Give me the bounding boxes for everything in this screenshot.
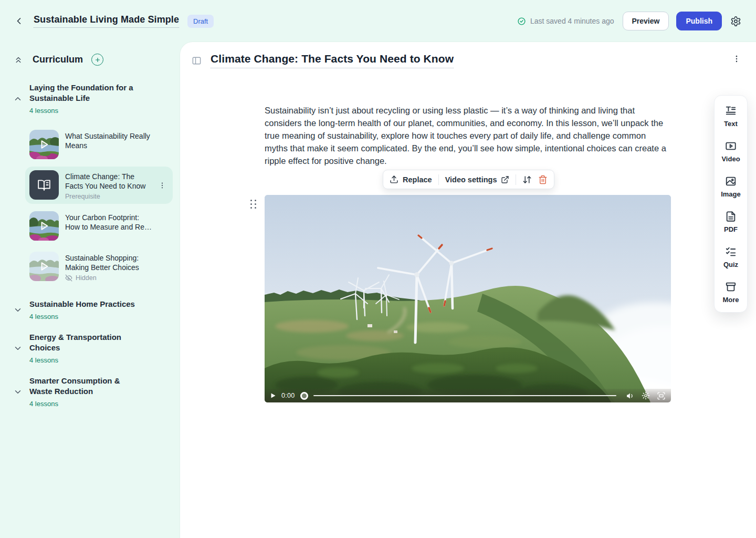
lesson-item-climate-change[interactable]: Climate Change: The Facts You Need to Kn… bbox=[25, 167, 173, 204]
section-title: Laying the Foundation for a Sustainable … bbox=[29, 82, 142, 104]
insert-text-button[interactable]: Text bbox=[724, 105, 738, 128]
arrow-down-up-icon bbox=[522, 175, 532, 184]
image-icon bbox=[725, 175, 737, 187]
insert-more-button[interactable]: More bbox=[722, 281, 739, 304]
panel-left-icon bbox=[192, 56, 202, 66]
video-controls-bar: 0:00 bbox=[265, 389, 671, 402]
section-title: Sustainable Home Practices bbox=[29, 299, 135, 309]
play-icon bbox=[29, 211, 59, 241]
insert-video-button[interactable]: Video bbox=[721, 140, 740, 163]
last-saved-text: Last saved 4 minutes ago bbox=[530, 17, 614, 25]
lesson-intro-paragraph[interactable]: Sustainability isn’t just about recyclin… bbox=[265, 104, 670, 167]
lesson-title: Climate Change: The Facts You Need to Kn… bbox=[65, 172, 153, 191]
video-frame-wind-turbines bbox=[265, 195, 671, 402]
preview-button[interactable]: Preview bbox=[623, 12, 669, 30]
replace-video-button[interactable]: Replace bbox=[390, 175, 432, 184]
back-button[interactable] bbox=[13, 15, 25, 27]
lesson-list: What Sustainability Really Means Climate… bbox=[25, 126, 174, 285]
seek-handle[interactable] bbox=[300, 392, 308, 400]
curriculum-sidebar: Curriculum Laying the Foundation for a S… bbox=[0, 42, 180, 538]
publish-button[interactable]: Publish bbox=[676, 12, 722, 30]
more-icon bbox=[725, 281, 737, 293]
delete-block-button[interactable] bbox=[538, 175, 548, 184]
chevron-up-icon bbox=[13, 94, 23, 104]
section-lesson-count: 4 lessons bbox=[29, 356, 142, 364]
chevron-down-icon bbox=[13, 344, 23, 353]
seek-track[interactable] bbox=[313, 395, 616, 396]
lesson-item-what-sustainability[interactable]: What Sustainability Really Means bbox=[25, 126, 173, 163]
lesson-note: Prerequisite bbox=[65, 193, 153, 200]
chevron-down-icon bbox=[13, 305, 23, 315]
chevron-down-icon bbox=[13, 387, 23, 397]
lesson-editor-panel: Climate Change: The Facts You Need to Kn… bbox=[180, 42, 756, 538]
trash-icon bbox=[538, 175, 548, 184]
play-icon bbox=[29, 130, 59, 159]
eye-off-icon bbox=[65, 274, 72, 282]
collapse-all-button[interactable] bbox=[13, 54, 24, 66]
lesson-title-row: Climate Change: The Facts You Need to Kn… bbox=[191, 53, 719, 68]
top-bar: Sustainable Living Made Simple Draft Las… bbox=[0, 0, 756, 42]
toolbar-divider bbox=[516, 174, 516, 185]
section-lesson-count: 4 lessons bbox=[29, 107, 142, 115]
book-open-icon bbox=[37, 178, 51, 192]
settings-button[interactable] bbox=[729, 15, 742, 28]
add-section-button[interactable] bbox=[91, 54, 103, 66]
insert-quiz-button[interactable]: Quiz bbox=[723, 246, 738, 268]
reading-lesson-tile bbox=[29, 170, 59, 200]
lesson-menu-button[interactable] bbox=[158, 181, 166, 190]
video-block-toolbar: Replace Video settings bbox=[383, 170, 554, 189]
lesson-page-title[interactable]: Climate Change: The Facts You Need to Kn… bbox=[211, 53, 454, 68]
video-player[interactable]: 0:00 bbox=[265, 195, 671, 402]
course-editor-app: Sustainable Living Made Simple Draft Las… bbox=[0, 0, 756, 538]
header-right: Last saved 4 minutes ago Preview Publish bbox=[517, 12, 742, 30]
playback-time: 0:00 bbox=[281, 392, 295, 399]
course-title[interactable]: Sustainable Living Made Simple bbox=[34, 14, 179, 28]
section-header-2[interactable]: Sustainable Home Practices 4 lessons bbox=[13, 299, 174, 320]
fullscreen-button[interactable] bbox=[657, 391, 666, 400]
play-icon bbox=[270, 392, 276, 399]
curriculum-heading: Curriculum bbox=[33, 54, 83, 65]
lesson-title: Your Carbon Footprint: How to Measure an… bbox=[65, 213, 153, 232]
section-header-1[interactable]: Laying the Foundation for a Sustainable … bbox=[13, 82, 174, 115]
kebab-icon bbox=[732, 54, 741, 64]
status-badge: Draft bbox=[187, 15, 214, 28]
section-header-3[interactable]: Energy & Transportation Choices 4 lesson… bbox=[13, 332, 174, 364]
play-icon bbox=[29, 252, 59, 281]
move-block-button[interactable] bbox=[522, 175, 532, 184]
curriculum-header: Curriculum bbox=[13, 54, 174, 66]
gear-icon bbox=[642, 391, 650, 400]
lesson-title: Sustainable Shopping: Making Better Choi… bbox=[65, 253, 153, 272]
player-settings-button[interactable] bbox=[642, 391, 650, 400]
header-left: Sustainable Living Made Simple Draft bbox=[13, 14, 214, 28]
check-circle-icon bbox=[517, 17, 526, 26]
video-icon bbox=[725, 140, 737, 152]
section-title: Energy & Transportation Choices bbox=[29, 332, 142, 353]
video-thumbnail bbox=[29, 211, 59, 241]
insert-pdf-button[interactable]: PDF bbox=[724, 211, 738, 233]
lesson-options-button[interactable] bbox=[732, 54, 741, 65]
lesson-item-carbon-footprint[interactable]: Your Carbon Footprint: How to Measure an… bbox=[25, 208, 173, 244]
lesson-title: What Sustainability Really Means bbox=[65, 131, 153, 150]
play-button[interactable] bbox=[270, 392, 276, 399]
insert-blocks-panel: Text Video Image PDF Quiz More bbox=[714, 95, 748, 313]
plus-icon bbox=[94, 57, 101, 63]
lesson-item-sustainable-shopping[interactable]: Sustainable Shopping: Making Better Choi… bbox=[25, 248, 173, 285]
section-lesson-count: 4 lessons bbox=[29, 400, 142, 408]
section-title: Smarter Consumption & Waste Reduction bbox=[29, 376, 142, 397]
video-thumbnail bbox=[29, 252, 59, 281]
toolbar-divider bbox=[438, 174, 439, 185]
gear-icon bbox=[730, 16, 741, 27]
video-thumbnail bbox=[29, 130, 59, 159]
text-icon bbox=[725, 105, 737, 117]
player-right-controls bbox=[626, 391, 666, 400]
block-drag-handle[interactable] bbox=[248, 198, 258, 211]
section-header-4[interactable]: Smarter Consumption & Waste Reduction 4 … bbox=[13, 376, 174, 408]
insert-image-button[interactable]: Image bbox=[721, 175, 741, 198]
volume-button[interactable] bbox=[626, 391, 635, 400]
video-settings-button[interactable]: Video settings bbox=[445, 175, 510, 184]
pdf-icon bbox=[725, 211, 737, 222]
quiz-icon bbox=[725, 246, 737, 257]
kebab-icon bbox=[158, 181, 166, 190]
chevron-left-icon bbox=[14, 16, 24, 26]
toggle-sidebar-button[interactable] bbox=[191, 55, 203, 67]
